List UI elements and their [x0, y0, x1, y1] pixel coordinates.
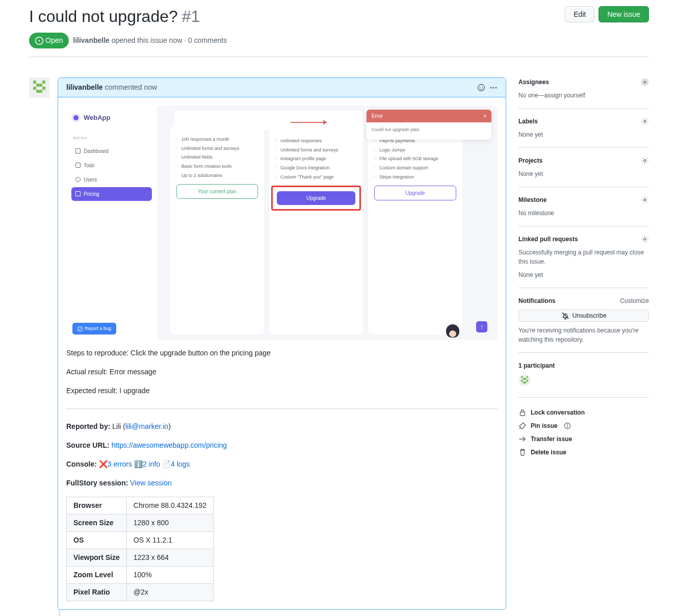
- table-row: Zoom Level100%: [67, 567, 214, 584]
- notifications-title: Notifications: [518, 296, 556, 305]
- customize-link[interactable]: Customize: [620, 296, 649, 305]
- participant-avatar[interactable]: [518, 374, 531, 387]
- linked-prs-content: None yet: [518, 270, 649, 279]
- table-row: BrowserChrome 88.0.4324.192: [67, 497, 214, 515]
- assignees-content: No one—assign yourself: [518, 91, 649, 100]
- comment-author[interactable]: lilivanbelle: [66, 83, 103, 91]
- reported-by-line: Reported by: Lili (lili@marker.io): [66, 421, 498, 432]
- issue-author[interactable]: lilivanbelle: [73, 36, 110, 44]
- labels-gear-button[interactable]: [641, 117, 649, 125]
- issue-title: I could not upgrade? #1: [29, 4, 565, 29]
- ss-menu-dashboard: Dashboard: [71, 144, 152, 158]
- assign-yourself-link[interactable]: assign yourself: [544, 92, 585, 99]
- gear-icon: [641, 235, 649, 243]
- console-errors-link[interactable]: 3 errors: [108, 460, 132, 468]
- projects-gear-button[interactable]: [641, 157, 649, 165]
- console-info-link[interactable]: 2 info: [143, 460, 160, 468]
- milestone-content: No milestone: [518, 209, 649, 218]
- header-divider: [29, 57, 649, 57]
- table-row: Screen Size1280 x 800: [67, 515, 214, 532]
- author-avatar[interactable]: [29, 78, 49, 98]
- smiley-icon: [477, 84, 485, 92]
- fullstory-line: FullStory session: View session: [66, 478, 498, 489]
- unsubscribe-button[interactable]: Unsubscribe: [518, 310, 649, 322]
- edit-button[interactable]: Edit: [565, 6, 594, 22]
- svg-point-17: [644, 160, 646, 162]
- notifications-desc: You're receiving notifications because y…: [518, 326, 649, 344]
- comment-header: lilivanbelle commented now: [58, 78, 506, 97]
- labels-content: None yet: [518, 130, 649, 139]
- table-row: OSOS X 11.2.1: [67, 532, 214, 549]
- linked-prs-gear-button[interactable]: [641, 235, 649, 243]
- transfer-issue-action[interactable]: Transfer issue: [518, 432, 649, 446]
- issue-title-text: I could not upgrade?: [29, 4, 178, 29]
- kebab-menu-button[interactable]: [489, 84, 498, 92]
- ss-report-bug-btn: Report a bug: [72, 323, 116, 335]
- ss-menu-pricing: Pricing: [71, 187, 152, 201]
- svg-rect-21: [521, 376, 523, 378]
- svg-rect-7: [36, 90, 42, 93]
- screenshot-attachment[interactable]: WebApp MENU Dashboard Todo Users Pricing: [66, 106, 498, 340]
- svg-point-29: [567, 424, 568, 425]
- svg-rect-27: [520, 412, 525, 416]
- svg-rect-22: [527, 376, 529, 378]
- svg-rect-23: [523, 378, 526, 380]
- gear-icon: [641, 196, 649, 204]
- ss-upgrade-btn: Upgrade: [374, 186, 456, 200]
- svg-rect-0: [29, 78, 49, 98]
- assignees-title: Assignees: [518, 78, 549, 87]
- svg-point-9: [480, 87, 481, 88]
- svg-point-18: [644, 199, 646, 201]
- bell-slash-icon: [561, 312, 569, 320]
- lock-conversation-action[interactable]: Lock conversation: [518, 406, 649, 419]
- svg-rect-5: [33, 87, 36, 90]
- console-logs-link[interactable]: 4 logs: [171, 460, 190, 468]
- ss-menu-users: Users: [71, 173, 152, 187]
- svg-point-16: [644, 120, 646, 122]
- ss-character-illustration: [444, 324, 462, 340]
- kebab-icon: [489, 84, 498, 92]
- issue-meta-text: lilivanbelle opened this issue now · 0 c…: [73, 35, 227, 46]
- svg-rect-25: [527, 380, 529, 382]
- svg-point-11: [490, 87, 492, 88]
- pin-info-icon[interactable]: [564, 422, 571, 429]
- arrow-right-icon: [518, 435, 527, 443]
- svg-rect-24: [521, 380, 523, 382]
- svg-point-19: [644, 238, 646, 240]
- projects-content: None yet: [518, 169, 649, 178]
- actual-result-text: Actual result: Error message: [66, 367, 498, 377]
- info-icon: [564, 422, 571, 429]
- issue-number: #1: [182, 4, 200, 29]
- new-issue-button[interactable]: New issue: [598, 6, 649, 22]
- svg-rect-4: [39, 84, 42, 87]
- state-label: Open: [45, 35, 63, 46]
- environment-table: BrowserChrome 88.0.4324.192 Screen Size1…: [66, 497, 214, 601]
- source-url-link[interactable]: https://awesomewebapp.com/pricing: [112, 441, 227, 449]
- delete-issue-action[interactable]: Delete issue: [518, 446, 649, 459]
- ss-scroll-top-fab: ↑: [476, 321, 487, 332]
- svg-point-15: [644, 81, 646, 83]
- ss-menu-todo: Todo: [71, 159, 152, 172]
- pin-icon: [518, 422, 527, 430]
- svg-rect-30: [567, 425, 567, 427]
- ss-upgrade-btn-highlighted: Upgrade: [277, 191, 355, 205]
- add-reaction-button[interactable]: [477, 84, 485, 92]
- comment-box: lilivanbelle commented now: [58, 78, 506, 610]
- svg-rect-2: [42, 81, 45, 84]
- svg-rect-3: [36, 84, 39, 87]
- pin-issue-action[interactable]: Pin issue: [518, 419, 649, 432]
- lock-icon: [518, 408, 527, 417]
- table-row: Pixel Ratio@2x: [67, 584, 214, 601]
- assignees-gear-button[interactable]: [641, 78, 649, 86]
- svg-rect-1: [33, 81, 36, 84]
- expected-result-text: Expected result: I upgrade: [66, 386, 498, 396]
- state-badge-open: Open: [29, 33, 69, 48]
- milestone-title: Milestone: [518, 195, 546, 204]
- fullstory-session-link[interactable]: View session: [130, 479, 171, 487]
- milestone-gear-button[interactable]: [641, 196, 649, 204]
- annotation-arrow: [291, 118, 327, 126]
- gear-icon: [641, 78, 649, 86]
- identicon: [29, 78, 49, 98]
- svg-point-13: [496, 87, 497, 88]
- reporter-email-link[interactable]: lili@marker.io: [125, 422, 168, 430]
